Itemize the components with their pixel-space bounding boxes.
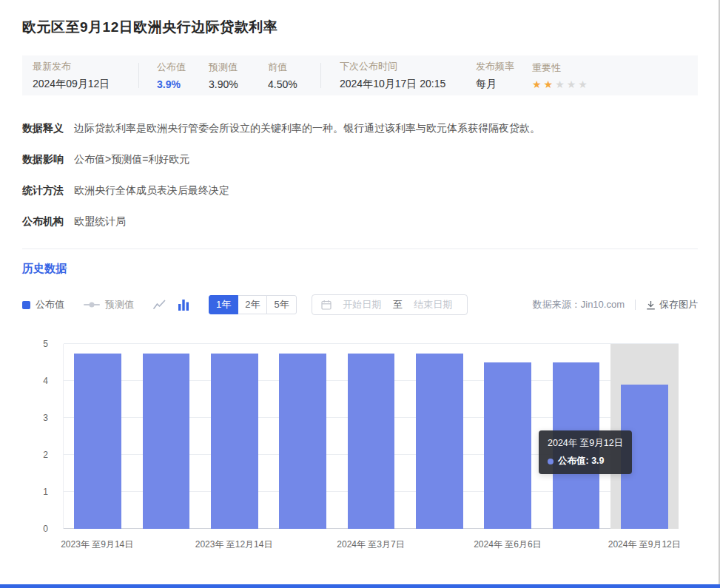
chart-plot: 2024年 至9月12日 公布值: 3.9 — [63, 344, 679, 529]
bar[interactable] — [279, 354, 326, 530]
bar[interactable] — [211, 354, 258, 530]
star-icon: ★ — [544, 79, 554, 89]
detail-value: 欧洲央行全体成员表决后最终决定 — [74, 184, 229, 197]
end-date-input[interactable]: 结束日期 — [408, 298, 458, 311]
calendar-icon — [321, 300, 332, 310]
bar[interactable] — [348, 354, 395, 530]
range-button[interactable]: 2年 — [238, 295, 267, 314]
x-axis-label: 2024年 至9月12日 — [608, 538, 681, 551]
bar[interactable] — [484, 362, 531, 529]
previous-value: 4.50% — [268, 78, 320, 90]
published-value: 3.9% — [157, 78, 209, 90]
y-axis-label: 0 — [29, 524, 48, 534]
star-icon: ★ — [567, 79, 576, 89]
bar-slot[interactable] — [201, 344, 269, 529]
frequency-label: 发布频率 — [476, 60, 532, 73]
y-axis-label: 2 — [29, 450, 48, 460]
published-label: 公布值 — [157, 61, 209, 74]
latest-release-value: 2024年09月12日 — [33, 78, 138, 91]
chart-controls: 公布值 预测值 1年2年5年 开始日期 至 结束日期 数 — [22, 294, 698, 315]
x-axis-label: 2023年 至9月14日 — [61, 538, 133, 551]
page: 欧元区至9月12日欧洲央行边际贷款利率 最新发布 2024年09月12日 公布值… — [0, 0, 720, 588]
start-date-input[interactable]: 开始日期 — [337, 298, 387, 311]
published-legend-swatch-icon — [22, 301, 30, 309]
detail-row: 数据影响公布值>预测值=利好欧元 — [22, 153, 698, 166]
tooltip-value-text: 公布值: 3.9 — [558, 455, 605, 467]
download-icon — [646, 300, 656, 310]
vertical-divider — [635, 300, 636, 310]
range-button[interactable]: 5年 — [266, 295, 296, 314]
bar-slot[interactable] — [337, 344, 405, 529]
frequency-value: 每月 — [476, 78, 532, 91]
range-button[interactable]: 1年 — [209, 295, 238, 314]
next-release-label: 下次公布时间 — [340, 60, 476, 73]
detail-row: 公布机构欧盟统计局 — [22, 215, 698, 229]
bar-slot[interactable] — [132, 344, 200, 529]
tooltip-series-dot-icon — [548, 459, 554, 464]
y-axis-label: 1 — [29, 487, 48, 497]
x-axis-label: 2024年 至6月6日 — [474, 538, 541, 551]
tooltip-value-line: 公布值: 3.9 — [548, 455, 623, 467]
summary-bar: 最新发布 2024年09月12日 公布值 3.9% 预测值 3.90% 前值 4… — [22, 55, 698, 95]
date-range-picker[interactable]: 开始日期 至 结束日期 — [312, 294, 468, 315]
detail-value: 公布值>预测值=利好欧元 — [74, 153, 189, 166]
range-button-group: 1年2年5年 — [209, 295, 297, 314]
published-group: 公布值 3.9% — [157, 61, 209, 90]
previous-label: 前值 — [268, 61, 320, 74]
forecast-label: 预测值 — [209, 61, 268, 74]
footer-accent-bar — [0, 584, 720, 588]
legend-published-label: 公布值 — [36, 298, 64, 311]
y-axis-label: 5 — [29, 339, 48, 349]
bar[interactable] — [416, 354, 463, 530]
next-release-group: 下次公布时间 2024年10月17日 20:15 — [340, 60, 476, 91]
chart-right-tools: 数据来源：Jin10.com 保存图片 — [533, 298, 698, 311]
bar[interactable] — [143, 354, 190, 530]
bar-slot[interactable] — [64, 344, 132, 529]
detail-label: 数据释义 — [22, 122, 68, 135]
data-source-label: 数据来源：Jin10.com — [533, 298, 625, 311]
line-chart-icon[interactable] — [153, 299, 166, 311]
detail-row: 数据释义边际贷款利率是欧洲央行管委会所设立的关键利率的一种。银行通过该利率与欧元… — [22, 122, 698, 135]
legend-forecast-label: 预测值 — [105, 298, 134, 311]
vertical-divider — [320, 63, 321, 88]
y-axis-label: 3 — [29, 413, 48, 423]
importance-group: 重要性 ★★★★★ — [532, 61, 588, 89]
legend-forecast[interactable]: 预测值 — [84, 298, 134, 311]
page-title: 欧元区至9月12日欧洲央行边际贷款利率 — [22, 0, 698, 37]
next-release-value: 2024年10月17日 20:15 — [340, 78, 476, 91]
date-range-separator: 至 — [393, 298, 403, 311]
chart-y-axis: 012345 — [29, 344, 55, 529]
x-axis-label: 2023年 至12月14日 — [195, 538, 273, 551]
forecast-legend-line-icon — [84, 304, 100, 305]
section-divider — [22, 249, 698, 249]
forecast-value: 3.90% — [209, 78, 268, 90]
forecast-group: 预测值 3.90% — [209, 61, 268, 90]
detail-value: 欧盟统计局 — [74, 215, 126, 229]
star-icon: ★ — [578, 79, 588, 89]
chart-tooltip: 2024年 至9月12日 公布值: 3.9 — [539, 430, 632, 474]
latest-release-group: 最新发布 2024年09月12日 — [33, 60, 138, 91]
chart: 012345 2024年 至9月12日 公布值: 3.9 2023年 至9月14… — [63, 344, 679, 554]
save-image-label: 保存图片 — [659, 298, 698, 311]
previous-group: 前值 4.50% — [268, 61, 320, 90]
detail-label: 数据影响 — [22, 153, 68, 166]
star-icon: ★ — [532, 79, 542, 89]
tooltip-title: 2024年 至9月12日 — [548, 437, 623, 450]
detail-row: 统计方法欧洲央行全体成员表决后最终决定 — [22, 184, 698, 197]
bar-slot[interactable] — [406, 344, 474, 529]
y-axis-label: 4 — [29, 376, 48, 386]
detail-label: 公布机构 — [22, 215, 68, 229]
content: 欧元区至9月12日欧洲央行边际贷款利率 最新发布 2024年09月12日 公布值… — [0, 0, 720, 554]
x-axis-label: 2024年 至3月7日 — [337, 538, 404, 551]
latest-release-label: 最新发布 — [33, 60, 138, 73]
bar[interactable] — [74, 354, 121, 530]
bar-slot[interactable] — [269, 344, 337, 529]
bar-chart-icon[interactable] — [178, 300, 189, 311]
save-image-button[interactable]: 保存图片 — [646, 298, 698, 311]
detail-label: 统计方法 — [22, 184, 68, 197]
history-heading: 历史数据 — [22, 262, 698, 276]
details-section: 数据释义边际贷款利率是欧洲央行管委会所设立的关键利率的一种。银行通过该利率与欧元… — [22, 122, 698, 229]
bar-slot[interactable] — [474, 344, 542, 529]
legend-published[interactable]: 公布值 — [22, 298, 64, 311]
importance-stars: ★★★★★ — [532, 79, 588, 89]
